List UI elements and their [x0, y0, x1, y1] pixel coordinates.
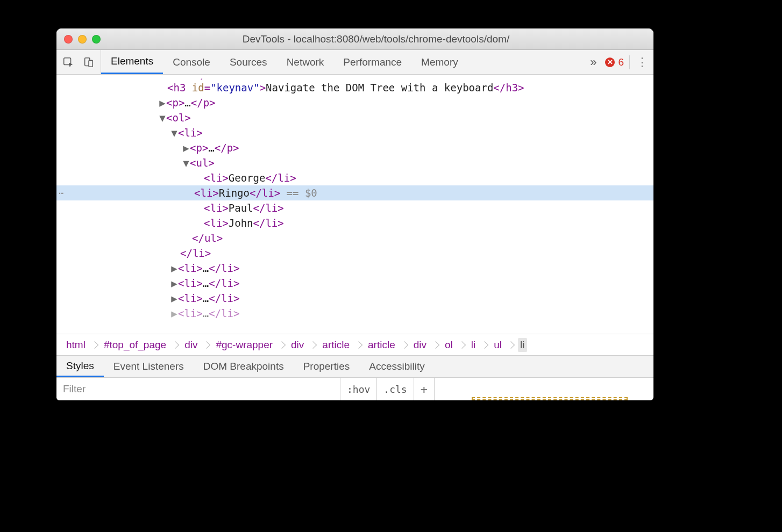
chevron-right-icon [458, 341, 466, 348]
styles-buttons: :hov .cls + [340, 378, 435, 400]
svg-rect-2 [89, 60, 93, 67]
dom-node-li-ringo-selected[interactable]: ⋯<li>Ringo</li> == $0 [56, 185, 653, 200]
chevron-right-icon [401, 341, 408, 348]
chevron-right-icon [172, 341, 179, 348]
collapse-arrow-icon[interactable]: ▼ [182, 155, 190, 170]
crumb-top-of-page[interactable]: #top_of_page [102, 338, 168, 352]
subtab-accessibility[interactable]: Accessibility [359, 356, 434, 377]
tab-console[interactable]: Console [163, 50, 220, 74]
tab-performance[interactable]: Performance [333, 50, 411, 74]
breadcrumb: html #top_of_page div #gc-wrapper div ar… [56, 334, 653, 355]
chevron-right-icon [278, 341, 286, 348]
traffic-lights [64, 35, 101, 44]
expand-arrow-icon[interactable]: ▶ [182, 140, 190, 155]
crumb-li-1[interactable]: li [469, 338, 478, 352]
crumb-div-3[interactable]: div [411, 338, 429, 352]
close-window-button[interactable] [64, 35, 73, 44]
main-toolbar: Elements Console Sources Network Perform… [56, 50, 653, 75]
dom-node-li-collapsed-1[interactable]: ▶ <li>…</li> [56, 261, 653, 276]
more-tabs-button[interactable]: » [587, 55, 600, 69]
sidebar-tabs: Styles Event Listeners DOM Breakpoints P… [56, 355, 653, 378]
subtab-dom-breakpoints[interactable]: DOM Breakpoints [194, 356, 294, 377]
selected-node-ref: == $0 [280, 185, 317, 200]
crumb-ul[interactable]: ul [492, 338, 504, 352]
devtools-window: DevTools - localhost:8080/web/tools/chro… [56, 28, 653, 400]
clipped-prev-row: ▶ <p>…</p> [56, 75, 653, 80]
crumb-gc-wrapper[interactable]: #gc-wrapper [214, 338, 275, 352]
toolbar-right: » ✕ 6 ⋮ [581, 50, 653, 74]
collapse-arrow-icon[interactable]: ▼ [170, 125, 178, 140]
dom-node-li-john[interactable]: <li>John</li> [56, 215, 653, 231]
crumb-li-selected[interactable]: li [518, 338, 527, 352]
new-style-rule-button[interactable]: + [414, 378, 435, 400]
collapse-arrow-icon[interactable]: ▼ [159, 110, 166, 125]
chevron-right-icon [91, 341, 98, 348]
tab-elements[interactable]: Elements [101, 50, 163, 74]
crumb-div-1[interactable]: div [182, 338, 200, 352]
cls-toggle-button[interactable]: .cls [377, 378, 414, 400]
hov-toggle-button[interactable]: :hov [340, 378, 377, 400]
crumb-ol[interactable]: ol [443, 338, 455, 352]
expand-arrow-icon[interactable]: ▶ [170, 261, 178, 276]
dom-node-ul-close[interactable]: </ul> [56, 231, 653, 246]
subtab-event-listeners[interactable]: Event Listeners [104, 356, 194, 377]
dom-node-li-collapsed-4-cut[interactable]: ▶ <li>…</li> [56, 306, 653, 321]
settings-menu-button[interactable]: ⋮ [629, 55, 648, 69]
zoom-window-button[interactable] [92, 35, 101, 44]
dom-node-li-close[interactable]: </li> [56, 246, 653, 261]
dom-node-p-collapsed-inner[interactable]: ▶ <p>…</p> [56, 140, 653, 155]
chevron-right-icon [203, 341, 210, 348]
dom-node-h3[interactable]: <h3 id="keynav">Navigate the DOM Tree wi… [56, 80, 653, 95]
dom-node-li-george[interactable]: <li>George</li> [56, 170, 653, 185]
window-title: DevTools - localhost:8080/web/tools/chro… [106, 33, 646, 45]
box-model-preview-edge [472, 397, 628, 400]
chevron-right-icon [355, 341, 362, 348]
inspect-element-icon[interactable] [62, 56, 75, 69]
crumb-article-1[interactable]: article [320, 338, 352, 352]
tab-sources[interactable]: Sources [220, 50, 277, 74]
dom-node-ol-open[interactable]: ▼ <ol> [56, 110, 653, 125]
chevron-right-icon [507, 341, 515, 348]
subtab-styles[interactable]: Styles [56, 356, 104, 377]
expand-arrow-icon[interactable]: ▶ [159, 95, 166, 110]
error-count-badge[interactable]: ✕ 6 [605, 56, 624, 68]
crumb-div-2[interactable]: div [289, 338, 306, 352]
error-count: 6 [618, 56, 624, 68]
titlebar: DevTools - localhost:8080/web/tools/chro… [56, 28, 653, 50]
chevron-right-icon [309, 341, 317, 348]
dom-node-li-collapsed-3[interactable]: ▶ <li>…</li> [56, 291, 653, 306]
error-icon: ✕ [605, 57, 615, 67]
device-toolbar-icon[interactable] [82, 56, 95, 69]
chevron-right-icon [481, 341, 488, 348]
row-actions-icon[interactable]: ⋯ [56, 185, 66, 200]
styles-filter-input[interactable] [56, 378, 340, 400]
dom-node-li-open[interactable]: ▼ <li> [56, 125, 653, 140]
crumb-html[interactable]: html [64, 338, 88, 352]
expand-arrow-icon[interactable]: ▶ [170, 291, 178, 306]
dom-node-p-collapsed[interactable]: ▶ <p>…</p> [56, 95, 653, 110]
dom-tree[interactable]: ▶ <p>…</p> <h3 id="keynav">Navigate the … [56, 75, 653, 334]
subtab-properties[interactable]: Properties [294, 356, 360, 377]
toolbar-left [56, 50, 101, 74]
dom-node-li-collapsed-2[interactable]: ▶ <li>…</li> [56, 276, 653, 291]
expand-arrow-icon[interactable]: ▶ [170, 276, 178, 291]
tab-network[interactable]: Network [277, 50, 334, 74]
dom-node-ul-open[interactable]: ▼ <ul> [56, 155, 653, 170]
minimize-window-button[interactable] [78, 35, 87, 44]
tab-memory[interactable]: Memory [411, 50, 468, 74]
styles-toolbar: :hov .cls + [56, 378, 653, 400]
crumb-article-2[interactable]: article [366, 338, 397, 352]
chevron-right-icon [432, 341, 439, 348]
dom-node-li-paul[interactable]: <li>Paul</li> [56, 200, 653, 215]
panel-tabs: Elements Console Sources Network Perform… [101, 50, 581, 74]
